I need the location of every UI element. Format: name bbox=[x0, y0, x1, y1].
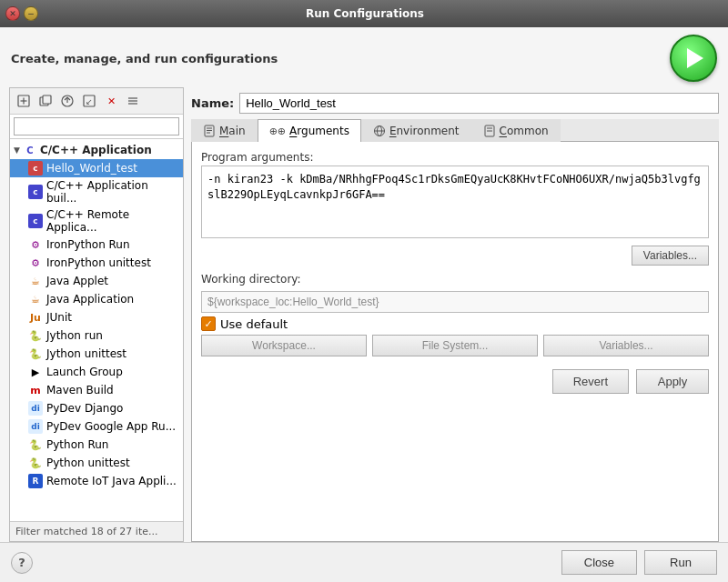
revert-button[interactable]: Revert bbox=[552, 369, 629, 394]
maven-icon: m bbox=[28, 383, 43, 397]
search-input[interactable] bbox=[14, 117, 179, 135]
tab-common-label: Common bbox=[500, 125, 549, 137]
cpp-app-icon: c bbox=[28, 185, 43, 199]
tree-item-java-applet[interactable]: ☕ Java Applet bbox=[10, 272, 183, 290]
tree-item-cpp-app[interactable]: c C/C++ Application buil... bbox=[10, 177, 183, 206]
tree-item-label: Java Application bbox=[46, 293, 134, 306]
jython-unittest-icon: 🐍 bbox=[28, 346, 43, 361]
tree-item-python-run[interactable]: 🐍 Python Run bbox=[10, 436, 183, 454]
tree-item-cpp-remote[interactable]: c C/C++ Remote Applica... bbox=[10, 206, 183, 236]
apply-button[interactable]: Apply bbox=[636, 369, 709, 394]
wd-buttons: Workspace... File System... Variables... bbox=[201, 335, 709, 356]
hello-world-icon: c bbox=[28, 161, 43, 176]
program-args-textarea[interactable]: -n kiran23 -k kDmBa/NRhhgFPoq4Sc1rDksGmE… bbox=[201, 166, 709, 238]
tree-item-label: PyDev Google App Ru... bbox=[46, 420, 176, 433]
tree-item-maven[interactable]: m Maven Build bbox=[10, 381, 183, 399]
tree-item-junit[interactable]: Ju JUnit bbox=[10, 308, 183, 326]
window-controls[interactable]: ✕ − bbox=[5, 6, 38, 21]
import-button[interactable]: ↙ bbox=[79, 91, 99, 111]
main-tab-icon bbox=[203, 125, 216, 137]
svg-rect-4 bbox=[43, 95, 51, 104]
tree-item-remote-iot[interactable]: R Remote IoT Java Appli... bbox=[10, 472, 183, 490]
working-dir-input[interactable] bbox=[201, 291, 709, 313]
bottom-buttons: Close Run bbox=[561, 550, 717, 575]
tree-item-label: Hello_World_test bbox=[46, 162, 137, 175]
tree-group-header-cpp[interactable]: ▼ C C/C++ Application bbox=[10, 141, 183, 159]
svg-text:↙: ↙ bbox=[86, 97, 93, 106]
tab-main[interactable]: Main bbox=[191, 119, 258, 142]
dialog-header: Create, manage, and run configurations bbox=[0, 27, 728, 87]
launch-group-icon: ▶ bbox=[28, 365, 43, 379]
name-input[interactable] bbox=[239, 93, 719, 114]
export-button[interactable] bbox=[57, 91, 77, 111]
left-panel: ↙ ✕ ▼ C C/C++ Application bbox=[9, 87, 184, 542]
tab-environment[interactable]: Environment bbox=[361, 119, 471, 142]
variables2-button[interactable]: Variables... bbox=[543, 335, 709, 356]
use-default-label: Use default bbox=[220, 317, 288, 331]
cpp-remote-icon: c bbox=[28, 214, 43, 228]
working-dir-label: Working directory: bbox=[201, 273, 709, 286]
collapse-button[interactable] bbox=[123, 91, 143, 111]
jython-run-icon: 🐍 bbox=[28, 328, 43, 343]
python-unittest-icon: 🐍 bbox=[28, 456, 43, 470]
help-button[interactable]: ? bbox=[11, 552, 33, 574]
tab-main-label: Main bbox=[219, 125, 246, 137]
tab-arguments-label: Arguments bbox=[289, 125, 349, 137]
remote-iot-icon: R bbox=[28, 474, 43, 488]
tree-item-ironpython-unittest[interactable]: ⚙ IronPython unittest bbox=[10, 254, 183, 272]
filesystem-button[interactable]: File System... bbox=[372, 335, 538, 356]
close-window-button[interactable]: ✕ bbox=[5, 6, 20, 21]
run-button[interactable]: Run bbox=[644, 550, 717, 575]
tree-item-label: IronPython Run bbox=[46, 238, 130, 251]
workspace-button[interactable]: Workspace... bbox=[201, 335, 367, 356]
duplicate-button[interactable] bbox=[35, 91, 56, 111]
env-tab-icon bbox=[373, 125, 386, 137]
variables-row: Variables... bbox=[201, 246, 709, 266]
tree-item-java-app[interactable]: ☕ Java Application bbox=[10, 290, 183, 308]
checkbox-icon: ✓ bbox=[201, 316, 216, 331]
tree-item-label: Launch Group bbox=[46, 366, 123, 378]
tree-item-label: Maven Build bbox=[46, 384, 114, 396]
dialog: Create, manage, and run configurations ↙… bbox=[0, 27, 728, 582]
tree-item-ironpython-run[interactable]: ⚙ IronPython Run bbox=[10, 236, 183, 254]
ironpython-run-icon: ⚙ bbox=[28, 237, 43, 252]
tree-item-label: Jython run bbox=[46, 329, 103, 342]
right-panel: Name: Main ⊕⊕ Arguments Environment bbox=[191, 87, 719, 542]
program-args-section: Program arguments: -n kiran23 -k kDmBa/N… bbox=[201, 151, 709, 238]
common-tab-icon bbox=[483, 125, 496, 137]
name-row: Name: bbox=[191, 87, 719, 119]
tree-item-pydev-django[interactable]: di PyDev Django bbox=[10, 399, 183, 417]
close-button[interactable]: Close bbox=[561, 550, 637, 575]
tree-item-label: Remote IoT Java Appli... bbox=[46, 475, 177, 487]
tree-item-label: IronPython unittest bbox=[46, 256, 151, 269]
pydev-django-icon: di bbox=[28, 401, 43, 416]
tree-item-python-unittest[interactable]: 🐍 Python unittest bbox=[10, 454, 183, 472]
variables-button[interactable]: Variables... bbox=[632, 246, 709, 266]
tree-item-label: Python Run bbox=[46, 438, 108, 451]
tab-environment-label: Environment bbox=[389, 125, 460, 137]
program-args-label: Program arguments: bbox=[201, 151, 709, 164]
tree-item-jython-run[interactable]: 🐍 Jython run bbox=[10, 326, 183, 345]
args-tab-icon: ⊕⊕ bbox=[269, 125, 286, 137]
new-config-button[interactable] bbox=[14, 91, 34, 111]
tree-group-cpp: ▼ C C/C++ Application c Hello_World_test… bbox=[10, 139, 183, 492]
search-box bbox=[10, 115, 183, 139]
titlebar: ✕ − Run Configurations bbox=[0, 0, 728, 27]
tree-item-label: JUnit bbox=[46, 311, 72, 324]
working-dir-section: Working directory: ✓ Use default Workspa… bbox=[201, 273, 709, 356]
tree-item-pydev-google[interactable]: di PyDev Google App Ru... bbox=[10, 417, 183, 436]
bottom-bar: ? Close Run bbox=[0, 542, 728, 582]
java-app-icon: ☕ bbox=[28, 292, 43, 306]
use-default-checkbox[interactable]: ✓ Use default bbox=[201, 316, 288, 331]
tree-item-jython-unittest[interactable]: 🐍 Jython unittest bbox=[10, 345, 183, 363]
tab-common[interactable]: Common bbox=[471, 119, 561, 142]
tab-arguments[interactable]: ⊕⊕ Arguments bbox=[258, 119, 361, 142]
delete-button[interactable]: ✕ bbox=[101, 91, 121, 111]
minimize-window-button[interactable]: − bbox=[24, 6, 38, 21]
use-default-row: ✓ Use default bbox=[201, 316, 709, 331]
tree-item-hello-world[interactable]: c Hello_World_test bbox=[10, 159, 183, 177]
expand-arrow: ▼ bbox=[14, 146, 20, 155]
run-big-button[interactable] bbox=[670, 35, 717, 82]
tree-item-launch-group[interactable]: ▶ Launch Group bbox=[10, 363, 183, 381]
tab-content-arguments: Program arguments: -n kiran23 -k kDmBa/N… bbox=[191, 142, 719, 542]
